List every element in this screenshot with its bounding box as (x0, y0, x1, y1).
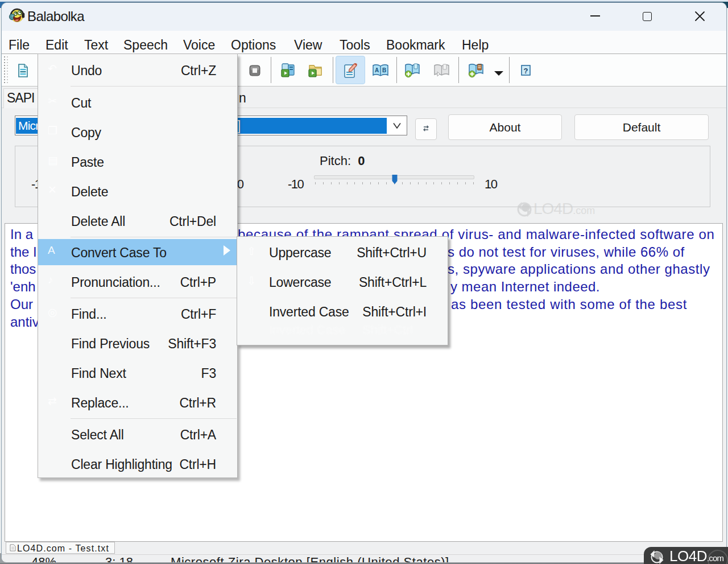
svg-text:?: ? (524, 67, 528, 75)
svg-text:B: B (382, 67, 386, 73)
svg-text:A: A (375, 67, 379, 73)
